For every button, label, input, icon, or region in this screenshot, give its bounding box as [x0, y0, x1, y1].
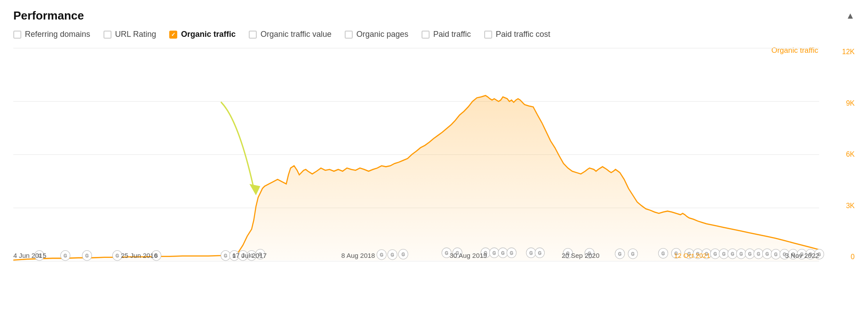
checkbox-organic-traffic[interactable] — [169, 31, 177, 39]
arrow-annotation — [221, 103, 260, 195]
panel-title: Performance — [13, 9, 84, 23]
checkbox-paid-traffic[interactable] — [422, 31, 430, 39]
filter-label-url-rating: URL Rating — [115, 30, 156, 39]
performance-panel: Performance ▲ Referring domains URL Rati… — [0, 0, 868, 316]
checkbox-url-rating[interactable] — [104, 31, 111, 39]
x-label-0: 4 Jun 2015 — [13, 252, 46, 259]
grid-line-bottom — [13, 261, 819, 261]
filter-label-organic-traffic: Organic traffic — [181, 30, 235, 39]
filter-organic-traffic[interactable]: Organic traffic — [169, 30, 235, 39]
checkbox-referring-domains[interactable] — [13, 31, 21, 39]
filter-organic-traffic-value[interactable]: Organic traffic value — [249, 30, 331, 39]
x-label-4: 30 Aug 2019 — [450, 252, 487, 259]
x-label-7: 3 Nov 2022 — [785, 252, 819, 259]
filter-paid-traffic-cost[interactable]: Paid traffic cost — [484, 30, 550, 39]
filters-row: Referring domains URL Rating Organic tra… — [13, 30, 855, 39]
x-label-2: 17 Jul 2017 — [232, 252, 267, 259]
y-axis-labels: 12K 9K 6K 3K 0 — [824, 48, 855, 261]
filter-url-rating[interactable]: URL Rating — [104, 30, 156, 39]
panel-header: Performance ▲ — [13, 9, 855, 23]
y-label-9k: 9K — [846, 99, 855, 107]
filter-paid-traffic[interactable]: Paid traffic — [422, 30, 471, 39]
filter-label-referring-domains: Referring domains — [25, 30, 90, 39]
chart-svg: G G G G G G G G G — [13, 48, 819, 261]
checkbox-organic-traffic-value[interactable] — [249, 31, 257, 39]
checkbox-organic-pages[interactable] — [345, 31, 353, 39]
filter-label-paid-traffic-cost: Paid traffic cost — [496, 30, 550, 39]
filter-label-organic-pages: Organic pages — [356, 30, 408, 39]
x-label-3: 8 Aug 2018 — [341, 252, 375, 259]
y-label-12k: 12K — [842, 48, 855, 56]
x-label-1: 25 Jun 2016 — [121, 252, 158, 259]
filter-label-organic-traffic-value: Organic traffic value — [260, 30, 331, 39]
filter-referring-domains[interactable]: Referring domains — [13, 30, 90, 39]
filter-label-paid-traffic: Paid traffic — [433, 30, 471, 39]
y-label-6k: 6K — [846, 150, 855, 158]
checkbox-paid-traffic-cost[interactable] — [484, 31, 492, 39]
y-label-3k: 3K — [846, 202, 855, 210]
chart-area: Organic traffic — [13, 48, 855, 279]
filter-organic-pages[interactable]: Organic pages — [345, 30, 408, 39]
x-label-5: 20 Sep 2020 — [561, 252, 599, 259]
x-label-6: 12 Oct 2021 — [674, 252, 710, 259]
chart-inner: G G G G G G G G G — [13, 48, 819, 261]
collapse-icon[interactable]: ▲ — [846, 11, 855, 21]
y-label-0: 0 — [851, 253, 855, 261]
svg-marker-86 — [250, 184, 260, 195]
x-axis-labels: 4 Jun 2015 25 Jun 2016 17 Jul 2017 8 Aug… — [13, 243, 819, 261]
